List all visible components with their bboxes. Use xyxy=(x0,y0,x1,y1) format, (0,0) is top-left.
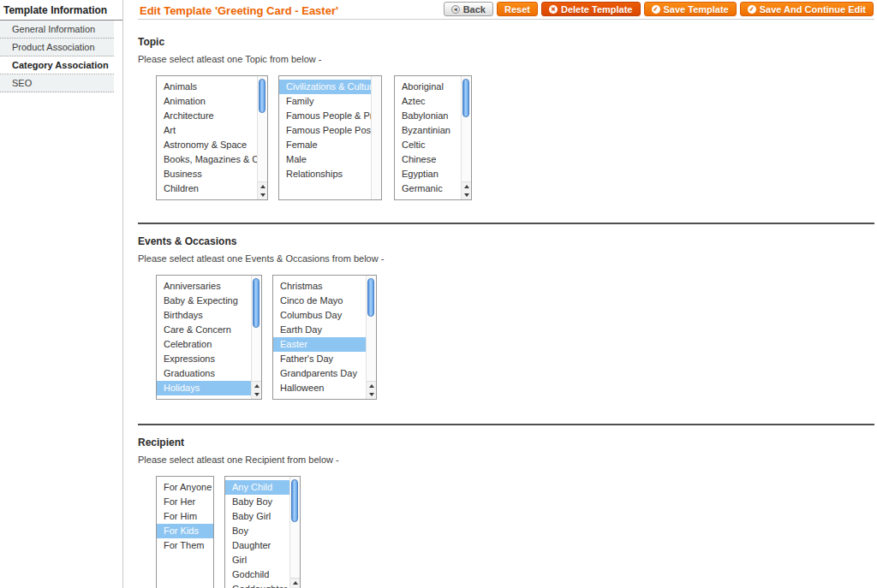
listbox-option[interactable]: Celebration xyxy=(157,337,251,352)
sidebar-item[interactable]: SEO xyxy=(0,74,114,92)
listbox-option[interactable]: Expressions xyxy=(157,352,251,366)
scroll-down-icon[interactable] xyxy=(367,390,376,399)
scrollbar[interactable] xyxy=(366,276,376,399)
listbox-option[interactable]: Earth Day xyxy=(273,323,366,337)
listbox-option[interactable]: Baby & Expecting xyxy=(157,294,251,308)
listbox-option[interactable]: Baby Boy xyxy=(225,495,289,509)
scrollbar-thumb[interactable] xyxy=(462,79,469,117)
listbox-option[interactable]: Anniversaries xyxy=(157,279,251,294)
scroll-up-icon[interactable] xyxy=(258,182,267,191)
listbox-option[interactable]: Columbus Day xyxy=(273,308,366,323)
delete-template-button[interactable]: ✕ Delete Template xyxy=(541,2,641,16)
recipient-listbox-1[interactable]: For AnyoneFor HerFor HimFor KidsFor Them xyxy=(156,476,214,588)
listbox-option[interactable]: Germanic xyxy=(395,181,461,196)
sidebar-item[interactable]: General Information xyxy=(0,21,114,39)
listbox-option[interactable]: Chinese xyxy=(395,152,461,167)
topic-description: Please select atleast one Topic from bel… xyxy=(138,54,874,64)
events-listbox-1[interactable]: AnniversariesBaby & ExpectingBirthdaysCa… xyxy=(156,275,262,400)
listbox-option[interactable]: Animation xyxy=(157,94,257,109)
listbox-option[interactable]: Christmas xyxy=(273,279,366,294)
listbox-option[interactable]: Cinco de Mayo xyxy=(273,294,366,308)
sidebar-nav: General Information Product Association … xyxy=(0,21,122,92)
listbox-option[interactable]: Godchild xyxy=(225,567,289,582)
page-title: Edit Template 'Greeting Card - Easter' xyxy=(140,4,338,17)
scrollbar[interactable] xyxy=(371,76,381,199)
listbox-option[interactable]: Male xyxy=(279,152,371,167)
listbox-option[interactable]: Care & Concern xyxy=(157,323,251,337)
listbox-option[interactable]: Female xyxy=(279,138,371,152)
scrollbar-thumb[interactable] xyxy=(259,79,265,113)
listbox-option[interactable]: For Him xyxy=(157,509,213,524)
listbox-option[interactable]: Girl xyxy=(225,553,289,567)
scroll-up-icon[interactable] xyxy=(367,382,376,390)
sidebar: Template Information General Information… xyxy=(0,0,123,588)
header-row: Edit Template 'Greeting Card - Easter' ◂… xyxy=(138,0,874,20)
listbox-option[interactable]: Celtic xyxy=(395,138,461,152)
listbox-option[interactable]: Any Child xyxy=(225,480,289,495)
listbox-option[interactable]: For Kids xyxy=(157,524,213,538)
listbox-option[interactable]: Boy xyxy=(225,524,289,538)
listbox-option[interactable]: Goddaughter xyxy=(225,582,289,588)
save-template-button-label: Save Template xyxy=(664,4,729,15)
listbox-option[interactable]: Easter xyxy=(273,337,366,352)
listbox-option[interactable]: Byzantinian xyxy=(395,123,461,138)
scroll-up-icon[interactable] xyxy=(290,579,300,587)
listbox-option[interactable]: Books, Magazines & Comics xyxy=(157,152,257,167)
reset-button[interactable]: Reset xyxy=(497,2,538,16)
scrollbar[interactable] xyxy=(461,76,471,199)
sidebar-item[interactable]: Category Association xyxy=(0,56,114,74)
scrollbar-thumb[interactable] xyxy=(253,278,260,328)
listbox-option[interactable]: Graduations xyxy=(157,366,251,381)
listbox-option[interactable]: Father's Day xyxy=(273,352,366,366)
recipient-listbox-2[interactable]: Any ChildBaby BoyBaby GirlBoyDaughterGir… xyxy=(224,476,301,588)
section-divider xyxy=(138,223,874,224)
scroll-up-icon[interactable] xyxy=(462,182,471,191)
listbox-option[interactable]: Egyptian xyxy=(395,167,461,181)
events-listbox-2[interactable]: ChristmasCinco de MayoColumbus DayEarth … xyxy=(272,275,377,400)
listbox-option[interactable]: Famous People & Pre-1900 xyxy=(279,109,371,123)
listbox-option[interactable]: For Anyone xyxy=(157,480,213,495)
scrollbar[interactable] xyxy=(251,276,261,399)
listbox-option[interactable]: Aztec xyxy=(395,94,461,109)
listbox-option[interactable]: Famous People Post-1900 xyxy=(279,123,371,138)
scrollbar[interactable] xyxy=(289,477,300,588)
scroll-down-icon[interactable] xyxy=(252,390,261,399)
listbox-option[interactable]: Halloween xyxy=(273,381,366,395)
back-icon: ◂ xyxy=(451,5,460,14)
listbox-option[interactable]: For Them xyxy=(157,538,213,553)
listbox-option[interactable]: Civilizations & Cultures xyxy=(279,80,371,94)
listbox-option[interactable]: Aboriginal xyxy=(395,80,461,94)
section-events: Events & Occasions Please select atleast… xyxy=(138,223,874,400)
listbox-option[interactable]: Daughter xyxy=(225,538,289,553)
listbox-option[interactable]: Family xyxy=(279,94,371,109)
listbox-option[interactable]: Babylonian xyxy=(395,109,461,123)
listbox-option[interactable]: Grandparents Day xyxy=(273,366,366,381)
listbox-option[interactable]: Astronomy & Space xyxy=(157,138,257,152)
listbox-option[interactable]: Business xyxy=(157,167,257,181)
listbox-option[interactable]: For Her xyxy=(157,495,213,509)
back-button[interactable]: ◂ Back xyxy=(444,2,493,16)
topic-listbox-1[interactable]: AnimalsAnimationArchitectureArtAstronomy… xyxy=(156,75,268,200)
topic-listbox-3[interactable]: AboriginalAztecBabylonianByzantinianCelt… xyxy=(394,75,472,200)
sidebar-item[interactable]: Product Association xyxy=(0,39,114,56)
listbox-option[interactable]: Holidays xyxy=(157,381,251,395)
topic-listbox-2[interactable]: Civilizations & CulturesFamilyFamous Peo… xyxy=(278,75,382,200)
listbox-option[interactable]: Birthdays xyxy=(157,308,251,323)
scrollbar[interactable] xyxy=(257,76,267,199)
scroll-down-icon[interactable] xyxy=(462,191,471,199)
listbox-option[interactable]: Children xyxy=(157,181,257,196)
listbox-option[interactable]: Relationships xyxy=(279,167,371,181)
page: Template Information General Information… xyxy=(0,0,877,588)
listbox-option[interactable]: Baby Girl xyxy=(225,509,289,524)
listbox-option[interactable]: Art xyxy=(157,123,257,138)
scrollbar-arrows xyxy=(367,381,376,399)
scroll-down-icon[interactable] xyxy=(258,191,267,199)
listbox-option[interactable]: Architecture xyxy=(157,109,257,123)
scrollbar-thumb[interactable] xyxy=(291,479,298,522)
scrollbar-thumb[interactable] xyxy=(367,278,374,317)
listbox-option[interactable]: Animals xyxy=(157,80,257,94)
save-and-continue-button[interactable]: ✓ Save And Continue Edit xyxy=(740,2,874,16)
save-template-button[interactable]: ✓ Save Template xyxy=(644,2,737,16)
scrollbar-arrows xyxy=(290,578,300,588)
scroll-up-icon[interactable] xyxy=(252,382,261,390)
